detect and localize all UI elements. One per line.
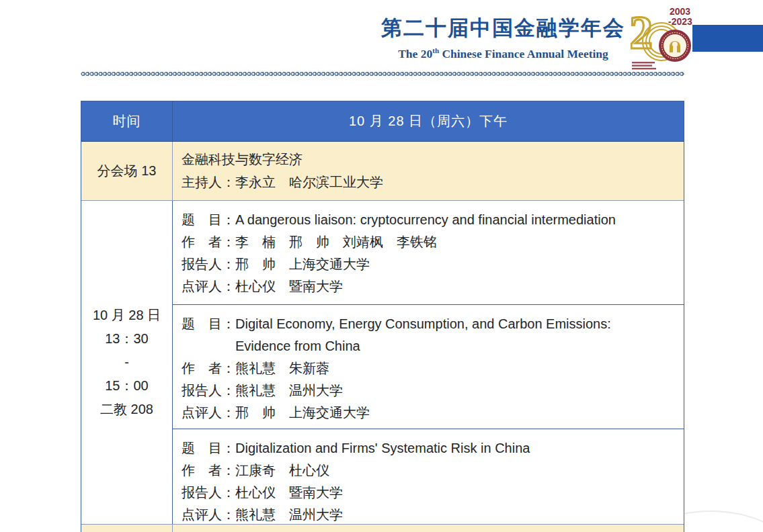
paper3-authors: 江康奇 杜心仪: [235, 459, 678, 482]
header-cell-time: 时间: [81, 101, 173, 141]
time-date: 10 月 28 日: [93, 304, 161, 327]
anniversary-20-logo-icon: 2 2003 -2023: [631, 4, 695, 70]
next-session-row-partial: [81, 525, 684, 532]
session-info: 金融科技与数字经济 主持人：李永立 哈尔滨工业大学: [173, 142, 684, 200]
paper3-presenter: 杜心仪 暨南大学: [235, 482, 678, 504]
session-topic: 金融科技与数字经济: [182, 148, 684, 171]
time-slot-cell: 10 月 28 日 13：30 - 15：00 二教 208: [81, 201, 173, 524]
chain-divider: [81, 71, 684, 77]
paper3-discussant-label: 点评人：: [182, 504, 235, 526]
session-row: 分会场 13 金融科技与数字经济 主持人：李永立 哈尔滨工业大学: [81, 142, 684, 201]
logo-seal: [659, 30, 691, 62]
paper1-presenter-label: 报告人：: [182, 253, 235, 275]
time-start: 13：30: [105, 327, 149, 351]
paper1-authors: 李 楠 邢 帅 刘靖枫 李铁铭: [235, 231, 678, 253]
paper2-discussant: 邢 帅 上海交通大学: [235, 402, 678, 424]
conference-title-block: 第二十届中国金融学年会 The 20th Chinese Finance Ann…: [381, 16, 625, 62]
header-accent-bar: [692, 25, 763, 52]
paper1-title-label: 题 目：: [182, 209, 235, 231]
title-en-suffix: Chinese Finance Annual Meeting: [439, 47, 608, 60]
papers-row: 10 月 28 日 13：30 - 15：00 二教 208 题 目：A dan…: [81, 201, 684, 525]
paper2-presenter: 熊礼慧 温州大学: [235, 380, 678, 402]
time-dash: -: [124, 351, 129, 374]
paper1-discussant-label: 点评人：: [182, 275, 235, 298]
paper2-authors: 熊礼慧 朱新蓉: [235, 357, 678, 380]
paper3-presenter-label: 报告人：: [182, 482, 235, 504]
next-session-right-cell: [173, 525, 684, 532]
paper1-authors-label: 作 者：: [182, 231, 235, 253]
conference-title-en: The 20th Chinese Finance Annual Meeting: [381, 42, 625, 62]
logo-number-2: 2: [631, 7, 653, 58]
schedule-table: 时间 10 月 28 日（周六）下午 分会场 13 金融科技与数字经济 主持人：…: [81, 101, 684, 532]
paper2-authors-label: 作 者：: [182, 357, 235, 380]
paper1-presenter: 邢 帅 上海交通大学: [235, 253, 678, 275]
paper2-discussant-label: 点评人：: [182, 402, 235, 424]
paper1-title: A dangerous liaison: cryptocurrency and …: [235, 209, 678, 231]
time-room: 二教 208: [100, 398, 153, 421]
paper2-title: Digital Economy, Energy Consumption, and…: [235, 313, 678, 357]
title-en-sup: th: [432, 46, 439, 54]
conference-title-cn: 第二十届中国金融学年会: [381, 16, 625, 40]
next-session-left-cell: [81, 525, 173, 532]
time-end: 15：00: [105, 374, 149, 398]
logo-year-end: -2023: [668, 16, 692, 27]
paper-entry-1: 题 目：A dangerous liaison: cryptocurrency …: [173, 201, 684, 305]
paper1-discussant: 杜心仪 暨南大学: [235, 275, 678, 298]
paper3-title: Digitalization and Firms' Systematic Ris…: [235, 437, 678, 459]
paper3-title-label: 题 目：: [182, 437, 235, 459]
session-chair: 主持人：李永立 哈尔滨工业大学: [182, 171, 684, 193]
title-en-prefix: The 20: [398, 47, 432, 60]
page-header: 第二十届中国金融学年会 The 20th Chinese Finance Ann…: [0, 0, 763, 73]
table-header-row: 时间 10 月 28 日（周六）下午: [81, 101, 684, 142]
header-cell-date: 10 月 28 日（周六）下午: [173, 101, 684, 141]
paper-entry-3: 题 目：Digitalization and Firms' Systematic…: [173, 429, 684, 524]
paper2-title-label: 题 目：: [182, 313, 235, 357]
paper-entry-2: 题 目：Digital Economy, Energy Consumption,…: [173, 305, 684, 429]
logo-year-start: 2003: [670, 6, 690, 17]
paper3-authors-label: 作 者：: [182, 459, 235, 482]
session-venue: 分会场 13: [81, 142, 173, 200]
paper2-presenter-label: 报告人：: [182, 380, 235, 402]
paper3-discussant: 熊礼慧 温州大学: [235, 504, 678, 526]
